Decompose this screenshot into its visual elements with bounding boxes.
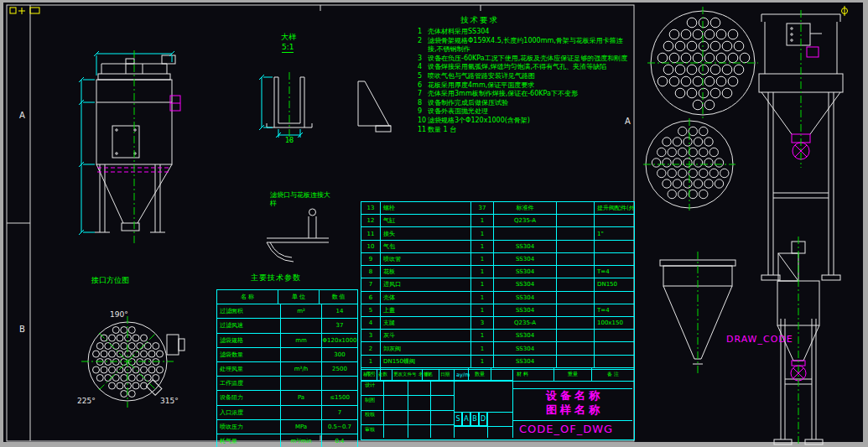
table-cell: 工作温度	[217, 377, 281, 390]
table-cell	[281, 319, 322, 332]
titleblock-role-label: 审核	[365, 427, 375, 432]
tubesheet-bottom-holes	[652, 127, 729, 198]
note-item: 2滤袋骨架规格Φ159X4.5,长度约1000mm,骨架与花板采用卡箍连接,不锈…	[418, 37, 629, 55]
table-row: 名 称单 位数 值	[217, 290, 357, 304]
stage-mark-box: D	[479, 412, 487, 426]
table-cell: m³/min	[281, 434, 322, 447]
table-cell	[557, 253, 595, 265]
table-cell: 支腿	[381, 317, 471, 329]
table-cell: 1	[471, 304, 494, 316]
view-main-front	[95, 55, 175, 232]
table-cell: SS304	[494, 292, 557, 304]
table-cell	[595, 253, 634, 265]
table-cell	[595, 215, 634, 226]
table-cell: 喷吹压力	[217, 420, 281, 434]
drawing-code-label: CODE_OF_DWG	[519, 424, 613, 434]
table-row: 滤袋规格mmΦ120x1000	[217, 333, 357, 347]
table-cell: 0.5~0.7	[322, 420, 357, 434]
cad-screenshot: { "zones": {"left_top":"A","left_bottom"…	[0, 0, 868, 447]
table-cell: 1	[471, 227, 494, 239]
table-cell: 1	[361, 356, 381, 367]
note-item: 3设备在负压-60KPa工况下使用,花板及壳体应保证足够的强度和刚度	[418, 55, 629, 64]
table-cell	[557, 215, 595, 226]
table-cell: 11	[361, 227, 381, 239]
table-cell	[322, 377, 357, 390]
param-table: 名 称单 位数 值过滤面积m²14过滤风速37滤袋规格mmΦ120x1000滤袋…	[216, 289, 358, 447]
table-cell	[595, 342, 634, 354]
view-gusset-detail	[358, 81, 391, 132]
table-cell: 1"	[595, 227, 634, 239]
table-cell: SS304	[494, 330, 557, 341]
table-row: 耗气量m³/min0.4	[217, 434, 357, 447]
table-cell	[281, 406, 322, 419]
table-row: 喷吹压力MPa0.5~0.7	[217, 419, 357, 434]
titleblock-grid-line	[454, 426, 512, 427]
notes-list: 1壳体材料采用SS3042滤袋骨架规格Φ159X4.5,长度约1000mm,骨架…	[418, 28, 629, 134]
table-cell: 提升阀配件(外购)	[595, 202, 634, 214]
view-bagmouth-detail	[267, 209, 329, 262]
titleblock-grid-line	[377, 370, 377, 380]
table-row: 滤袋数量300	[217, 347, 357, 361]
table-cell: 过滤风速	[217, 319, 281, 332]
table-cell	[557, 241, 595, 252]
table-cell	[557, 227, 595, 239]
table-row: 过滤面积m²14	[217, 304, 357, 318]
notes-title: 技术要求	[460, 16, 499, 24]
table-cell	[595, 292, 634, 304]
titleblock-grid-line	[512, 420, 632, 421]
table-cell: 耗气量	[217, 434, 281, 447]
titleblock-grid-line	[361, 380, 512, 381]
title-block: ay/m 设备名称 图样名称 CODE_OF_DWG 标记处数更改文件号签名日期…	[361, 369, 635, 440]
table-cell	[595, 356, 634, 367]
tubesheet-top-holes	[657, 18, 750, 110]
table-row: 3灰斗1SS304	[361, 329, 634, 341]
table-cell: 9	[361, 253, 381, 265]
table-cell: 7	[322, 406, 357, 419]
titleblock-strip-label: 日期	[440, 372, 450, 377]
angle-label-right: 315°	[160, 398, 179, 405]
table-cell: 2500	[322, 362, 357, 376]
table-cell	[557, 266, 595, 278]
table-cell: m²	[281, 304, 322, 318]
equipment-name-label: 设备名称	[546, 390, 603, 401]
table-cell: 1	[471, 292, 494, 304]
table-cell: Φ120x1000	[322, 334, 357, 347]
note-item: 11数量 1 台	[418, 126, 629, 135]
angle-label-top: 190°	[110, 311, 128, 319]
table-cell: SS304	[494, 342, 557, 354]
table-cell: 1	[471, 241, 494, 252]
right-elevation-rotary-valve	[792, 47, 819, 159]
table-cell: 花板	[381, 266, 471, 278]
table-cell: 2	[361, 342, 381, 354]
table-cell: 1	[471, 266, 494, 278]
table-row: 4支腿3Q235-A100x150	[361, 316, 634, 329]
table-cell: ≤1500	[322, 391, 357, 404]
table-cell: 6	[361, 292, 381, 304]
titleblock-role-label: 制图	[365, 398, 375, 403]
table-cell: 进风口	[381, 278, 471, 290]
table-cell: 气包	[381, 241, 471, 252]
table-cell	[494, 227, 557, 239]
note-item: 1壳体材料采用SS304	[418, 28, 629, 37]
table-cell: 14	[322, 304, 357, 318]
table-cell	[557, 304, 595, 316]
table-cell: 10	[361, 241, 381, 252]
detail-view-label: 大样	[281, 34, 296, 41]
table-row: 入口浓度7	[217, 405, 357, 419]
table-cell: 100x150	[595, 317, 634, 329]
titleblock-strip-label: 处数	[378, 372, 387, 377]
table-cell: 灰斗	[381, 330, 471, 341]
table-cell: DN150蝶阀	[381, 356, 471, 367]
table-cell: SS304	[494, 241, 557, 252]
table-cell	[557, 317, 595, 329]
table-cell	[595, 330, 634, 341]
table-row: 6壳体1SS304	[361, 291, 634, 304]
titleblock-grid-line	[392, 370, 392, 380]
note-item: 5喷吹气包与气路管路安装详见气路图	[418, 72, 629, 81]
table-cell: 卸灰阀	[381, 342, 471, 354]
table-cell: 接头	[381, 227, 471, 239]
drawing-name-label: 图样名称	[546, 404, 603, 415]
bagmouth-detail-label: 滤袋口与花板连接大样	[270, 191, 335, 208]
zone-letter-b-left: B	[19, 325, 25, 334]
table-cell: 37	[471, 202, 494, 214]
